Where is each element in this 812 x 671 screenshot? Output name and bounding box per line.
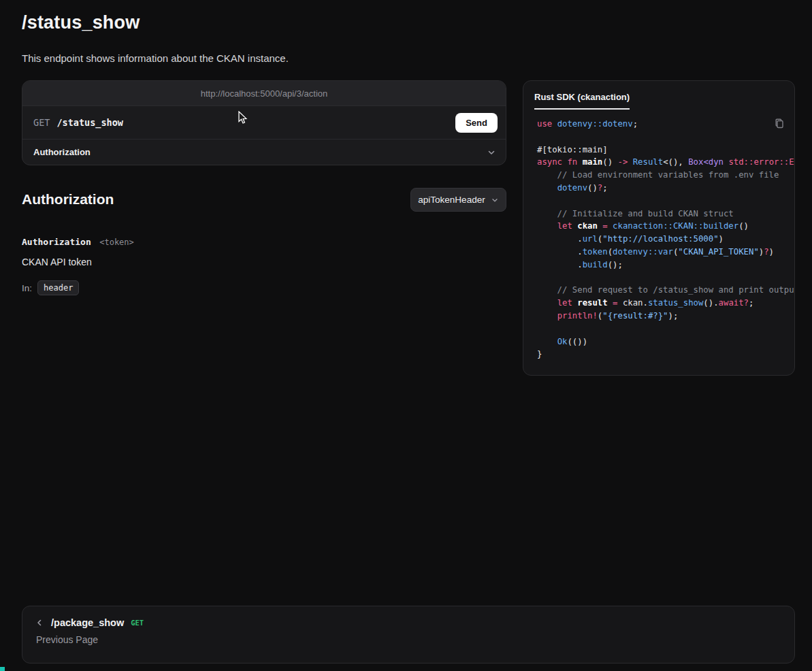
page-description: This endpoint shows information about th… — [22, 52, 289, 64]
auth-parameter: Authorization <token> — [22, 235, 134, 248]
base-url-bar[interactable]: http://localhost:5000/api/3/action — [22, 81, 506, 106]
base-url-text: http://localhost:5000/api/3/action — [201, 88, 327, 99]
previous-page-title-row: /package_show GET — [35, 617, 782, 628]
request-card: http://localhost:5000/api/3/action GET /… — [22, 80, 506, 165]
chevron-left-icon — [35, 618, 44, 627]
code-area: use dotenvy::dotenv; #[tokio::main]async… — [523, 108, 794, 376]
authorization-accordion-label: Authorization — [33, 147, 91, 157]
prev-endpoint-title: /package_show — [51, 617, 124, 628]
param-name: Authorization — [22, 237, 91, 247]
previous-page-label: Previous Page — [36, 634, 782, 645]
param-type: <token> — [99, 238, 134, 247]
sdk-card-header: Rust SDK (ckanaction) — [523, 81, 794, 108]
prev-method-badge: GET — [131, 619, 144, 627]
page-title: /status_show — [22, 12, 140, 33]
request-row: GET /status_show Send — [22, 106, 506, 139]
authorization-heading: Authorization — [22, 191, 114, 208]
send-button[interactable]: Send — [455, 113, 498, 133]
param-location-row: In: header — [22, 280, 79, 295]
endpoint-path: /status_show — [56, 117, 123, 128]
http-method: GET — [33, 117, 50, 128]
previous-page-card[interactable]: /package_show GET Previous Page — [22, 606, 795, 664]
in-value-badge: header — [37, 280, 79, 295]
tab-rust-sdk[interactable]: Rust SDK (ckanaction) — [534, 92, 630, 110]
in-label: In: — [22, 283, 32, 293]
auth-scheme-select-value: apiTokenHeader — [418, 195, 485, 205]
auth-scheme-select[interactable]: apiTokenHeader — [410, 188, 506, 212]
api-docs-page: /status_show This endpoint shows informa… — [0, 0, 812, 671]
param-description: CKAN API token — [22, 257, 92, 267]
chevron-down-icon — [487, 148, 496, 157]
sdk-card: Rust SDK (ckanaction) use dotenvy::doten… — [523, 80, 795, 376]
corner-accent — [0, 667, 5, 671]
code-block: use dotenvy::dotenv; #[tokio::main]async… — [537, 118, 787, 361]
chevron-down-icon — [491, 196, 499, 204]
authorization-accordion[interactable]: Authorization — [22, 139, 506, 165]
copy-icon[interactable] — [774, 118, 785, 131]
